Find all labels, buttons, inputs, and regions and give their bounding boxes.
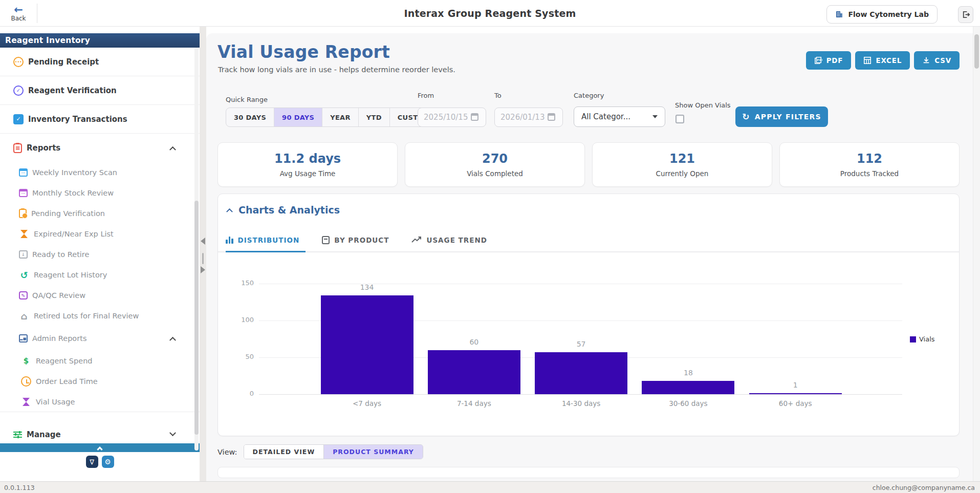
sidebar-item-label: Expired/Near Exp List	[34, 230, 114, 238]
flask-icon-button[interactable]: ∇	[86, 456, 98, 468]
sidebar-collapse-bar[interactable]	[0, 443, 200, 452]
export-pdf-button[interactable]: PDF PDF	[806, 51, 852, 70]
chart-y-tick-label: 100	[232, 316, 254, 324]
hourglass-purple-icon	[21, 397, 31, 407]
sidebar-item-inventory-transactions[interactable]: Inventory Transactions	[0, 105, 200, 134]
collapse-left-icon[interactable]	[201, 238, 205, 245]
sidebar-item-order-lead-time[interactable]: Order Lead Time	[0, 371, 200, 392]
calendar-month-icon	[19, 189, 28, 197]
stat-value: 11.2 days	[274, 152, 341, 166]
history-icon	[19, 270, 29, 280]
sidebar-item-admin-reports[interactable]: Admin Reports	[0, 326, 200, 351]
sidebar-item-vial-usage[interactable]: Vial Usage	[0, 392, 200, 412]
stat-value: 121	[669, 152, 695, 166]
sidebar-item-label: Reagent Spend	[36, 357, 93, 365]
sidebar-item-label: Reports	[27, 143, 60, 153]
legend-swatch	[910, 336, 916, 342]
to-label: To	[494, 92, 502, 99]
bar-chart-area[interactable]: 050100150134<7 days607-14 days5714-30 da…	[218, 194, 960, 437]
view-label: View:	[217, 448, 237, 456]
calendar-week-icon	[19, 168, 28, 177]
download-icon	[922, 56, 930, 65]
sidebar-item-label: Reagent Lot History	[34, 271, 107, 279]
chart-x-label: 14-30 days	[540, 399, 622, 408]
results-card-partial	[217, 467, 960, 478]
show-open-vials-checkbox[interactable]	[676, 115, 684, 123]
app-version: 0.0.1.113	[4, 484, 35, 491]
sidebar-item-pending-receipt[interactable]: Pending Receipt	[0, 48, 200, 76]
quick-range-year[interactable]: YEAR	[322, 108, 359, 126]
chart-value-label: 60	[448, 338, 499, 346]
sidebar-item-label: Monthly Stock Review	[32, 189, 114, 197]
quick-range-ytd[interactable]: YTD	[359, 108, 390, 126]
export-excel-button[interactable]: EXCEL	[855, 51, 910, 70]
page-scrollbar-thumb[interactable]	[974, 34, 979, 69]
sidebar-item-monthly-stock-review[interactable]: Monthly Stock Review	[0, 183, 200, 203]
gear-icon: ⚙	[104, 458, 111, 466]
sidebar-item-reports[interactable]: Reports	[0, 134, 200, 162]
sidebar-scrollbar-thumb[interactable]	[194, 201, 199, 434]
gear-icon-button[interactable]: ⚙	[102, 456, 114, 468]
chart-bar-7-days	[321, 295, 413, 394]
admin-chart-icon	[19, 334, 28, 342]
stat-value: 270	[482, 152, 508, 166]
sidebar-item-reagent-spend[interactable]: Reagent Spend	[0, 351, 200, 371]
from-date-input[interactable]	[418, 108, 486, 127]
chart-bar-60-days	[749, 393, 842, 394]
refresh-icon: ↻	[742, 113, 750, 121]
archive-box-icon	[19, 250, 28, 259]
stat-label: Currently Open	[656, 169, 709, 178]
sidebar-scrollbar[interactable]	[194, 48, 199, 451]
logout-button[interactable]	[958, 6, 973, 23]
apply-filters-button[interactable]: ↻ APPLY FILTERS	[735, 106, 828, 127]
chevron-down-icon[interactable]	[169, 430, 176, 436]
sidebar-item-retired-lots-for-final-review[interactable]: Retired Lots for Final Review	[0, 306, 200, 326]
chart-y-tick-label: 50	[232, 353, 254, 360]
building-icon	[835, 10, 843, 18]
stat-label: Avg Usage Time	[280, 169, 336, 178]
splitter-handle[interactable]	[202, 253, 204, 264]
sidebar-item-label: Vial Usage	[36, 398, 75, 406]
sidebar-item-reagent-verification[interactable]: Reagent Verification	[0, 76, 200, 105]
stat-card-products-tracked: 112Products Tracked	[779, 142, 960, 187]
chevron-up-icon[interactable]	[169, 336, 176, 343]
view-toggle-product-summary[interactable]: PRODUCT SUMMARY	[324, 445, 423, 459]
status-bar: 0.0.1.113 chloe.chung@companyname.ca	[0, 481, 980, 493]
lab-selector-button[interactable]: Flow Cytometry Lab	[826, 5, 938, 24]
qa-pen-icon	[19, 291, 28, 299]
chart-gridline	[259, 394, 902, 395]
chart-legend[interactable]: Vials	[910, 335, 935, 343]
view-toggle: DETAILED VIEWPRODUCT SUMMARY	[244, 444, 423, 459]
sidebar-item-pending-verification[interactable]: Pending Verification	[0, 203, 200, 224]
to-date-input[interactable]	[494, 108, 563, 127]
export-csv-label: CSV	[934, 56, 951, 65]
sidebar-item-label: Reagent Verification	[28, 86, 117, 95]
sidebar: Reagent Inventory Pending ReceiptReagent…	[0, 27, 200, 481]
apply-filters-label: APPLY FILTERS	[755, 113, 821, 121]
sidebar-tools: ∇ ⚙	[0, 456, 200, 468]
chart-x-label: 7-14 days	[433, 399, 515, 408]
chart-x-label: 30-60 days	[647, 399, 729, 408]
sidebar-item-reagent-lot-history[interactable]: Reagent Lot History	[0, 265, 200, 285]
chevron-down-icon	[652, 115, 658, 118]
legend-label: Vials	[919, 335, 935, 343]
export-csv-button[interactable]: CSV	[914, 51, 960, 70]
chevron-up-icon[interactable]	[169, 146, 176, 153]
quick-range-90-days[interactable]: 90 DAYS	[274, 108, 322, 126]
sidebar-item-weekly-inventory-scan[interactable]: Weekly Inventory Scan	[0, 162, 200, 183]
stat-label: Vials Completed	[467, 169, 523, 178]
sidebar-item-qa-qc-review[interactable]: QA/QC Review	[0, 285, 200, 306]
category-select[interactable]: All Categor...	[574, 106, 665, 127]
view-toggle-detailed-view[interactable]: DETAILED VIEW	[244, 445, 324, 459]
chart-value-label: 134	[341, 283, 393, 291]
chevron-up-icon	[97, 446, 102, 452]
flask-icon: ∇	[90, 458, 94, 466]
page-scrollbar[interactable]	[973, 27, 980, 481]
sidebar-item-ready-to-retire[interactable]: Ready to Retire	[0, 244, 200, 265]
sidebar-item-expired-near-exp-list[interactable]: Expired/Near Exp List	[0, 224, 200, 244]
chart-y-tick-label: 150	[232, 279, 254, 287]
logout-icon	[962, 10, 970, 19]
clock-icon	[21, 376, 31, 387]
collapse-right-icon[interactable]	[201, 266, 205, 273]
quick-range-30-days[interactable]: 30 DAYS	[226, 108, 274, 126]
